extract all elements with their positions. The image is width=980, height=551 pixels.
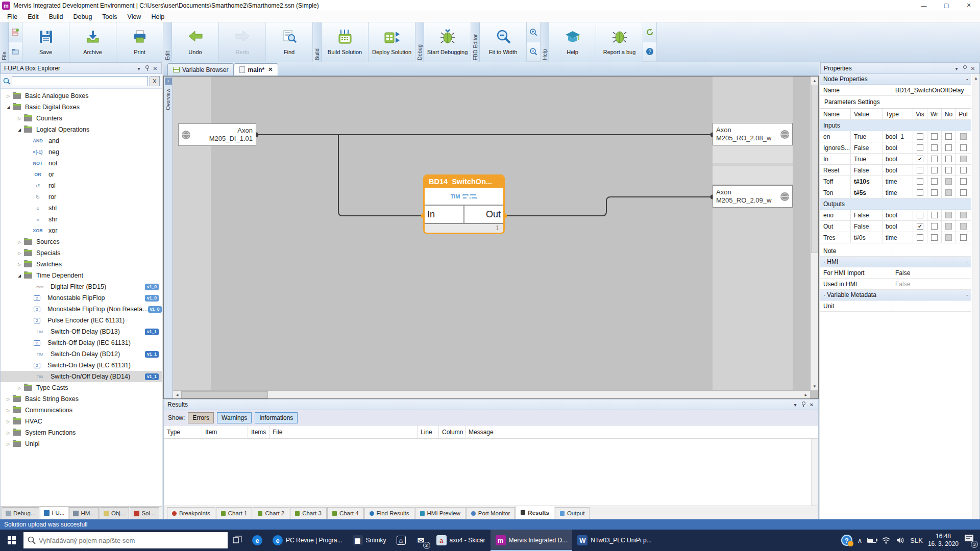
menu-help[interactable]: Help (146, 12, 169, 21)
word-window-button[interactable]: W NTw03_PLC UniPi p... (572, 530, 656, 551)
tree-item-switch-on-off-delay-bd14[interactable]: TIMSwitch-On/Off Delay (BD14)v1_1 (1, 371, 162, 382)
print-button[interactable]: Print (116, 22, 163, 62)
tab-fupla[interactable]: FU... (40, 506, 68, 519)
help-button[interactable]: Help (549, 22, 596, 62)
menu-tools[interactable]: Tools (97, 12, 122, 21)
tree-item-switch-on-delay-bd12[interactable]: TIMSwitch-On Delay (BD12)v1_1 (1, 348, 162, 360)
clock[interactable]: 16:48 16. 3. 2020 (928, 533, 959, 548)
tree-item-not[interactable]: NOTnot (1, 158, 162, 169)
tab-variable-browser[interactable]: Variable Browser (167, 63, 234, 76)
vis-checkbox[interactable] (917, 133, 923, 140)
wifi-icon[interactable] (881, 537, 891, 544)
tree-item-hvac[interactable]: ▷HVAC (1, 416, 162, 427)
archive-button[interactable]: Archive (69, 22, 116, 62)
tree-item-switch-off-delay-bd13[interactable]: TIMSwitch-Off Delay (BD13)v1_1 (1, 326, 162, 337)
tree-item-unipi[interactable]: ▷Unipi (1, 438, 162, 449)
unit-value[interactable] (892, 300, 971, 311)
close-panel-icon[interactable]: ✕ (969, 66, 977, 71)
new-solution-button[interactable] (9, 22, 22, 42)
wr-checkbox[interactable] (931, 234, 938, 241)
for-hmi-import-value[interactable]: False (892, 267, 971, 278)
filter-warnings-button[interactable]: Warnings (217, 412, 252, 423)
tab-find-results[interactable]: Find Results (364, 507, 414, 519)
find-button[interactable]: Find (266, 22, 313, 62)
tab-results[interactable]: Results (516, 506, 554, 519)
no-checkbox[interactable] (945, 144, 952, 151)
close-panel-icon[interactable]: ✕ (151, 66, 159, 71)
tree-item-and[interactable]: ANDand (1, 135, 162, 146)
vis-checkbox[interactable] (917, 223, 923, 230)
redo-button[interactable]: Redo (219, 22, 266, 62)
tree-item-sources[interactable]: ▷Sources (1, 236, 162, 247)
tree-item-basic-string-boxes[interactable]: ▷Basic String Boxes (1, 393, 162, 405)
tree-item-monostable-flipflop[interactable]: 2Monostable FlipFlopv1_0 (1, 292, 162, 304)
wr-checkbox[interactable] (931, 144, 938, 151)
pul-checkbox[interactable] (960, 189, 967, 196)
build-solution-button[interactable]: Build Solution (322, 22, 369, 62)
tree-item-monostable-flipflop-nr[interactable]: 2Monostable FlipFlop (Non Reseta...v1_0 (1, 304, 162, 315)
vis-checkbox[interactable] (917, 212, 923, 218)
close-button[interactable]: ✕ (958, 0, 980, 11)
report-a-bug-button[interactable]: Report a bug (596, 22, 643, 62)
wr-checkbox[interactable] (931, 223, 938, 230)
pul-checkbox[interactable] (960, 144, 967, 151)
clear-search-button[interactable]: X (150, 76, 160, 86)
tab-output[interactable]: Output (555, 507, 590, 519)
no-checkbox[interactable] (945, 133, 952, 140)
maximize-button[interactable]: ▢ (935, 0, 958, 11)
tree-item-pulse-encoder[interactable]: 2Pulse Encoder (IEC 61131) (1, 315, 162, 326)
panel-menu-icon[interactable]: ▾ (952, 66, 961, 71)
tree-item-logical-operations[interactable]: ◢Logical Operations (1, 124, 162, 135)
photos-window-button[interactable]: ▦ Snímky (348, 530, 391, 551)
name-value[interactable]: BD14_SwitchOnOffDelay (892, 85, 971, 95)
overview-strip[interactable]: › Overview (164, 77, 173, 398)
tree-item-neg[interactable]: ×(-1)neg (1, 146, 162, 158)
panel-menu-icon[interactable]: ▾ (791, 402, 799, 408)
fit-to-width-button[interactable]: Fit to Width (480, 22, 527, 62)
tab-objects[interactable]: Obj... (100, 507, 129, 519)
about-button[interactable]: ? (643, 42, 657, 62)
tree-item-switch-on-delay-iec[interactable]: 2Switch-On Delay (IEC 61131) (1, 360, 162, 371)
tab-solution[interactable]: Sol... (130, 507, 159, 519)
pin-icon[interactable] (961, 65, 969, 72)
tab-chart-2[interactable]: Chart 2 (253, 507, 289, 519)
panel-menu-icon[interactable]: ▾ (135, 66, 143, 71)
tree-item-counters[interactable]: ▷Counters (1, 113, 162, 124)
undo-button[interactable]: Undo (172, 22, 219, 62)
task-view-button[interactable] (228, 530, 247, 551)
close-tab-icon[interactable]: ✕ (268, 66, 273, 73)
filter-errors-button[interactable]: Errors (188, 412, 214, 423)
results-scrollbar[interactable] (811, 439, 818, 506)
language-indicator[interactable]: SLK (910, 537, 923, 544)
block-axon-ro-208[interactable]: AxonM205_RO_2.08_w (713, 123, 793, 145)
wr-checkbox[interactable] (931, 178, 938, 185)
no-checkbox[interactable] (945, 167, 952, 173)
node-properties-section[interactable]: Node Properties- (820, 74, 971, 85)
wr-checkbox[interactable] (931, 156, 938, 162)
vis-checkbox[interactable] (917, 189, 923, 196)
menu-view[interactable]: View (122, 12, 146, 21)
vis-checkbox[interactable] (917, 167, 923, 173)
tab-port-monitor[interactable]: Port Monitor (466, 507, 516, 519)
vis-checkbox[interactable] (917, 178, 923, 185)
tree-item-rol[interactable]: ↺rol (1, 180, 162, 191)
pin-icon[interactable] (143, 65, 151, 72)
minimize-button[interactable]: — (913, 0, 935, 11)
tree-item-basic-digital-boxes[interactable]: ◢Basic Digital Boxes (1, 102, 162, 113)
mail-button[interactable]: ✉ 2 (411, 530, 431, 551)
bd14-out-label[interactable]: Out (464, 206, 503, 223)
tab-main[interactable]: main*✕ (234, 63, 278, 76)
save-button[interactable]: Save (22, 22, 69, 62)
tree-item-basic-analogue-boxes[interactable]: ▷Basic Analogue Boxes (1, 90, 162, 102)
bd14-in-label[interactable]: In (425, 206, 464, 223)
pin-icon[interactable] (799, 402, 807, 408)
zoom-out-button[interactable] (527, 42, 541, 62)
battery-icon[interactable] (867, 538, 876, 543)
start-debugging-button[interactable]: Start Debugging (424, 22, 471, 62)
tree-item-shr[interactable]: »shr (1, 214, 162, 225)
block-axon-di[interactable]: AxonM205_DI_1.01 (178, 123, 256, 146)
tab-chart-3[interactable]: Chart 3 (290, 507, 327, 519)
paint-window-button[interactable]: a axo4 - Skicár (431, 530, 491, 551)
tree-item-switches[interactable]: ▷Switches (1, 259, 162, 270)
tree-item-shl[interactable]: «shl (1, 203, 162, 214)
